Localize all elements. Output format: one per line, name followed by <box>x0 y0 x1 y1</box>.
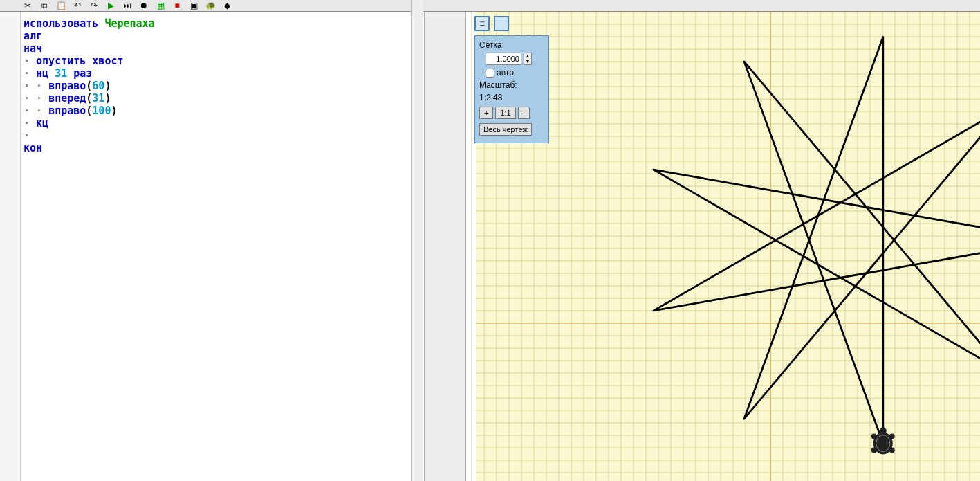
run-icon[interactable]: ▶ <box>104 1 118 10</box>
fit-drawing-button[interactable]: Весь чертеж <box>479 123 532 136</box>
aqua-icon[interactable]: ◆ <box>220 1 234 10</box>
undo-icon[interactable]: ↶ <box>71 1 84 10</box>
code-editor[interactable]: использовать Черепаха алг нач · опустить… <box>0 12 425 481</box>
grid-settings-panel: Сетка: ▲▼ авто Масштаб: 1:2.48 + 1:1 - В… <box>474 35 549 143</box>
copy-icon[interactable]: ⧉ <box>37 1 51 10</box>
menu-toggle-icon[interactable]: ≡ <box>474 16 490 31</box>
zoom-reset-button[interactable]: 1:1 <box>495 107 515 119</box>
paste-icon[interactable]: 📋 <box>54 1 68 10</box>
zoom-out-button[interactable]: - <box>518 107 530 119</box>
step-icon[interactable]: ⏭ <box>120 1 134 10</box>
main-toolbar: ✂ ⧉ 📋 ↶ ↷ ▶ ⏭ ⏺ ▦ ■ ▣ 🐢 ◆ <box>0 0 980 12</box>
splitter[interactable] <box>425 12 466 481</box>
redo-icon[interactable]: ↷ <box>87 1 101 10</box>
editor-gutter <box>0 12 21 481</box>
grid-icon[interactable]: ▦ <box>154 1 167 10</box>
svg-point-83 <box>889 434 895 439</box>
svg-point-81 <box>880 428 887 435</box>
stop-icon[interactable]: ■ <box>170 1 184 10</box>
grid-step-spinner[interactable]: ▲▼ <box>524 53 532 65</box>
zoom-in-button[interactable]: + <box>479 107 493 119</box>
grid-step-input[interactable] <box>486 53 521 65</box>
svg-point-85 <box>889 448 895 453</box>
editor-scrollbar[interactable] <box>411 0 423 481</box>
scale-value: 1:2.48 <box>479 93 544 102</box>
svg-point-84 <box>871 448 877 453</box>
turtle-canvas-panel: ≡ Сетка: ▲▼ авто Масштаб: 1:2.48 + 1:1 - <box>466 12 980 481</box>
code-text[interactable]: использовать Черепаха алг нач · опустить… <box>21 12 424 481</box>
svg-point-82 <box>871 434 877 439</box>
scissors-icon[interactable]: ✂ <box>21 1 35 10</box>
scale-label: Масштаб: <box>479 80 544 90</box>
auto-label: авто <box>497 68 514 78</box>
turtle-icon[interactable]: 🐢 <box>203 1 217 10</box>
auto-checkbox[interactable] <box>486 69 494 78</box>
record-icon[interactable]: ⏺ <box>137 1 151 10</box>
robot-icon[interactable]: ▣ <box>187 1 201 10</box>
grid-label: Сетка: <box>479 40 544 50</box>
window-icon[interactable] <box>494 16 509 31</box>
